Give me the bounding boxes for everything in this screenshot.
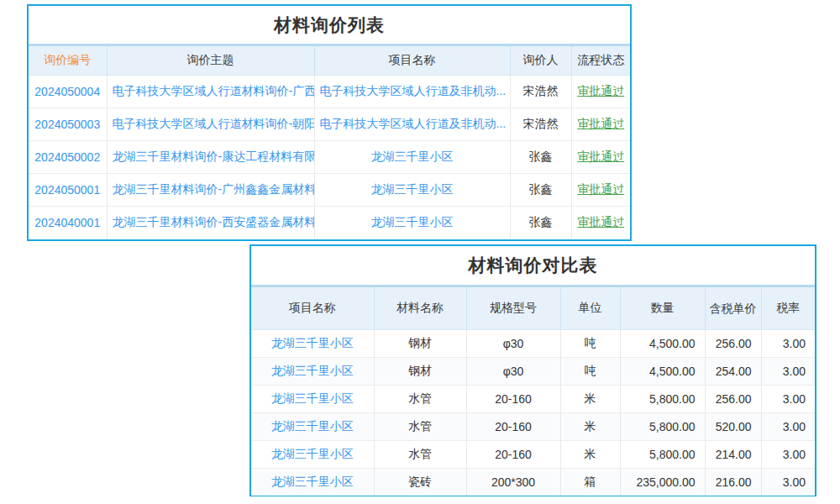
inquirer-name: 宋浩然 <box>510 75 571 108</box>
tax-rate: 3.00 <box>761 440 815 468</box>
project-name-link[interactable]: 龙湖三千里小区 <box>371 150 454 163</box>
comparison-row: 龙湖三千里小区 水管 20-160 米 5,800.00 214.00 3.00 <box>251 440 815 468</box>
spec-model: φ30 <box>466 357 560 385</box>
status-link[interactable]: 审批通过 <box>577 150 624 163</box>
spec-model: 200*300 <box>466 468 560 496</box>
col-header-status: 流程状态 <box>571 46 630 75</box>
material-name: 水管 <box>374 385 466 412</box>
col-header-inquiry-no: 询价编号 <box>29 46 107 75</box>
quantity: 5,800.00 <box>620 440 705 468</box>
col-header-tax-rate: 税率 <box>761 287 815 329</box>
project-name-link[interactable]: 龙湖三千里小区 <box>271 475 354 488</box>
inquiry-subject-link[interactable]: 电子科技大学区域人行道材料询价-朝阳... <box>113 117 315 130</box>
tax-rate: 3.00 <box>761 329 815 357</box>
material-name: 水管 <box>374 412 466 440</box>
col-header-material-name: 材料名称 <box>374 287 466 329</box>
inquiry-row: 2024050002 龙湖三千里材料询价-康达工程材料有限... 龙湖三千里小区… <box>29 140 630 173</box>
status-link[interactable]: 审批通过 <box>577 84 624 97</box>
comparison-title: 材料询价对比表 <box>251 246 815 287</box>
col-header-tax-incl-price: 含税单价 <box>705 287 761 329</box>
unit: 米 <box>560 385 620 412</box>
project-name-link[interactable]: 电子科技大学区域人行道及非机动... <box>320 117 507 130</box>
material-comparison-panel: 材料询价对比表 项目名称 材料名称 规格型号 单位 数量 含税单价 税率 龙湖三… <box>249 244 816 496</box>
inquiry-list-table: 询价编号 询价主题 项目名称 询价人 流程状态 2024050004 电子科技大… <box>29 46 630 239</box>
inquiry-row: 2024050004 电子科技大学区域人行道材料询价-广西... 电子科技大学区… <box>29 75 630 108</box>
inquiry-list-title: 材料询价列表 <box>29 6 630 46</box>
comparison-row: 龙湖三千里小区 瓷砖 200*300 箱 235,000.00 216.00 3… <box>251 468 815 496</box>
unit: 吨 <box>560 357 620 385</box>
col-header-inquirer: 询价人 <box>510 46 571 75</box>
spec-model: 20-160 <box>466 440 560 468</box>
quantity: 235,000.00 <box>620 468 705 496</box>
project-name-link[interactable]: 龙湖三千里小区 <box>371 182 454 196</box>
inquiry-no-link[interactable]: 2024040001 <box>34 216 100 229</box>
comparison-row: 龙湖三千里小区 水管 20-160 米 5,800.00 256.00 3.00 <box>251 385 815 412</box>
inquiry-row: 2024050001 龙湖三千里材料询价-广州鑫鑫金属材料... 龙湖三千里小区… <box>29 173 630 206</box>
col-header-inquiry-subject: 询价主题 <box>107 46 314 75</box>
col-header-spec-model: 规格型号 <box>466 287 560 329</box>
material-name: 瓷砖 <box>374 468 466 496</box>
inquirer-name: 宋浩然 <box>510 108 571 140</box>
status-link[interactable]: 审批通过 <box>577 215 624 228</box>
tax-incl-price: 254.00 <box>705 357 761 385</box>
unit: 米 <box>560 412 620 440</box>
col-header-project-name: 项目名称 <box>314 46 510 75</box>
tax-incl-price: 216.00 <box>705 468 761 496</box>
unit: 吨 <box>560 329 620 357</box>
quantity: 5,800.00 <box>620 385 705 412</box>
project-name-link[interactable]: 龙湖三千里小区 <box>271 447 354 460</box>
project-name-link[interactable]: 龙湖三千里小区 <box>271 336 354 349</box>
inquirer-name: 张鑫 <box>510 206 571 239</box>
unit: 箱 <box>560 468 620 496</box>
tax-rate: 3.00 <box>761 412 815 440</box>
col-header-project-name: 项目名称 <box>251 287 374 329</box>
inquiry-subject-link[interactable]: 龙湖三千里材料询价-西安盛器金属材料... <box>113 215 315 228</box>
comparison-row: 龙湖三千里小区 钢材 φ30 吨 4,500.00 254.00 3.00 <box>251 357 815 385</box>
unit: 米 <box>560 440 620 468</box>
spec-model: φ30 <box>466 329 560 357</box>
inquiry-row: 2024040001 龙湖三千里材料询价-西安盛器金属材料... 龙湖三千里小区… <box>29 206 630 239</box>
inquiry-no-link[interactable]: 2024050002 <box>34 150 100 164</box>
comparison-table: 项目名称 材料名称 规格型号 单位 数量 含税单价 税率 龙湖三千里小区 钢材 … <box>251 287 815 496</box>
quantity: 5,800.00 <box>620 412 705 440</box>
inquiry-subject-link[interactable]: 龙湖三千里材料询价-广州鑫鑫金属材料... <box>113 182 315 196</box>
inquirer-name: 张鑫 <box>510 140 571 173</box>
comparison-row: 龙湖三千里小区 钢材 φ30 吨 4,500.00 256.00 3.00 <box>251 329 815 357</box>
spec-model: 20-160 <box>466 385 560 412</box>
inquiry-no-link[interactable]: 2024050001 <box>34 183 100 197</box>
project-name-link[interactable]: 龙湖三千里小区 <box>271 419 354 433</box>
status-link[interactable]: 审批通过 <box>577 117 624 130</box>
col-header-unit: 单位 <box>560 287 620 329</box>
quantity: 4,500.00 <box>620 357 705 385</box>
material-name: 水管 <box>374 440 466 468</box>
tax-incl-price: 256.00 <box>705 329 761 357</box>
tax-rate: 3.00 <box>761 385 815 412</box>
inquiry-no-link[interactable]: 2024050003 <box>34 118 100 131</box>
tax-incl-price: 520.00 <box>705 412 761 440</box>
material-name: 钢材 <box>374 329 466 357</box>
project-name-link[interactable]: 电子科技大学区域人行道及非机动... <box>320 84 507 97</box>
inquirer-name: 张鑫 <box>510 173 571 206</box>
project-name-link[interactable]: 龙湖三千里小区 <box>271 364 354 377</box>
spec-model: 20-160 <box>466 412 560 440</box>
tax-incl-price: 214.00 <box>705 440 761 468</box>
col-header-quantity: 数量 <box>620 287 705 329</box>
inquiry-list-header-row: 询价编号 询价主题 项目名称 询价人 流程状态 <box>29 46 630 75</box>
tax-rate: 3.00 <box>761 468 815 496</box>
material-name: 钢材 <box>374 357 466 385</box>
tax-incl-price: 256.00 <box>705 385 761 412</box>
tax-rate: 3.00 <box>761 357 815 385</box>
inquiry-no-link[interactable]: 2024050004 <box>34 85 100 98</box>
inquiry-row: 2024050003 电子科技大学区域人行道材料询价-朝阳... 电子科技大学区… <box>29 108 630 140</box>
inquiry-subject-link[interactable]: 电子科技大学区域人行道材料询价-广西... <box>113 84 315 97</box>
project-name-link[interactable]: 龙湖三千里小区 <box>271 391 354 405</box>
quantity: 4,500.00 <box>620 329 705 357</box>
project-name-link[interactable]: 龙湖三千里小区 <box>371 215 454 228</box>
status-link[interactable]: 审批通过 <box>577 182 624 196</box>
comparison-row: 龙湖三千里小区 水管 20-160 米 5,800.00 520.00 3.00 <box>251 412 815 440</box>
material-inquiry-list-panel: 材料询价列表 询价编号 询价主题 项目名称 询价人 流程状态 202405000… <box>27 4 632 241</box>
comparison-header-row: 项目名称 材料名称 规格型号 单位 数量 含税单价 税率 <box>251 287 815 329</box>
inquiry-subject-link[interactable]: 龙湖三千里材料询价-康达工程材料有限... <box>113 150 315 163</box>
